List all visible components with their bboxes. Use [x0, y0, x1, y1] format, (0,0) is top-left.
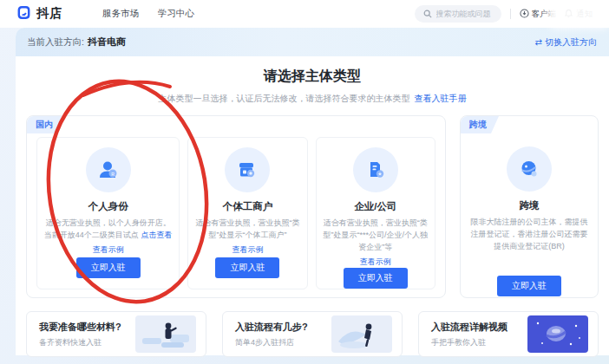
view-example-link[interactable]: 查看示例 — [232, 244, 263, 256]
entity-card-individual-business[interactable]: 个体工商户 适合有营业执照，营业执照“类型”处显示“个体工商户” 查看示例 立即… — [187, 137, 307, 289]
page-title: 请选择主体类型 — [16, 68, 609, 86]
switch-icon: ⇄ — [535, 37, 542, 47]
help-title: 我要准备哪些材料? — [39, 321, 121, 334]
client-download[interactable]: 客户端 — [520, 9, 557, 20]
entity-desc: 适合有营业执照，营业执照“类型”处显示“***公司/企业/个人独资企业”等 — [323, 218, 429, 254]
company-doc-icon — [353, 147, 398, 192]
current-direction: 当前入驻方向:抖音电商 — [27, 36, 126, 49]
click-view-link[interactable]: 点击查看 — [141, 231, 172, 239]
svg-text:R: R — [111, 172, 115, 177]
download-icon — [520, 9, 529, 20]
join-now-button-personal[interactable]: 立即入驻 — [76, 257, 141, 278]
entity-title: 个人身份 — [88, 200, 128, 213]
direction-label: 当前入驻方向: — [27, 36, 84, 47]
help-card-steps[interactable]: 入驻流程有几步? 简单4步入驻抖店 — [222, 311, 403, 357]
switch-label: 切换入驻方向 — [545, 36, 597, 49]
main-nav: 服务市场 学习中心 — [102, 8, 194, 20]
entity-groups: 国内 R 个人身份 适合无营业执照，以个人身份开店。当前开放44个二级类目试点 … — [16, 115, 609, 298]
page-subtitle: 主体类型一旦选择，认证后无法修改，请选择符合要求的主体类型查看入驻手册 — [16, 93, 609, 105]
video-thumbnail-icon — [527, 315, 588, 353]
switch-direction-link[interactable]: ⇄ 切换入驻方向 — [535, 36, 597, 49]
materials-illustration-icon — [135, 315, 196, 353]
logo-text: 抖店 — [36, 6, 62, 22]
entity-desc: 适合无营业执照，以个人身份开店。当前开放44个二级类目试点 点击查看 — [43, 218, 173, 242]
subtitle-text: 主体类型一旦选择，认证后无法修改，请选择符合要求的主体类型 — [159, 94, 410, 103]
join-now-button-crossborder[interactable]: 立即入驻 — [497, 276, 561, 296]
help-title: 入驻流程详解视频 — [431, 321, 508, 334]
direction-value: 抖音电商 — [88, 36, 126, 47]
direction-banner: 当前入驻方向:抖音电商 ⇄ 切换入驻方向 — [16, 28, 609, 56]
entity-title: 个体工商户 — [223, 200, 273, 213]
entry-manual-link[interactable]: 查看入驻手册 — [415, 94, 467, 103]
content-panel: 当前入驻方向:抖音电商 ⇄ 切换入驻方向 请选择主体类型 主体类型一旦选择，认证… — [16, 28, 609, 355]
search-input[interactable] — [436, 10, 502, 18]
help-cards-row: 我要准备哪些材料? 备齐资料快速入驻 入驻流程有几步? 简单4步入驻抖店 入驻流… — [16, 311, 609, 357]
header-divider — [510, 9, 511, 19]
redacted-account-area[interactable] — [552, 3, 607, 23]
view-example-link[interactable]: 查看示例 — [360, 257, 391, 268]
entity-title: 跨境 — [520, 199, 540, 212]
join-now-button-individual[interactable]: 立即入驻 — [215, 257, 279, 278]
entity-desc: 适合有营业执照，营业执照“类型”处显示“个体工商户” — [194, 218, 300, 242]
search-icon — [423, 6, 432, 22]
entity-card-company[interactable]: 企业/公司 适合有营业执照，营业执照“类型”处显示“***公司/企业/个人独资企… — [316, 137, 435, 289]
help-title: 入驻流程有几步? — [235, 321, 308, 334]
nav-learning-center[interactable]: 学习中心 — [158, 8, 194, 20]
search-box[interactable] — [415, 5, 501, 23]
globe-icon — [507, 146, 552, 192]
crossborder-group[interactable]: 跨境 跨境 限非大陆注册的公司主体，需提供注册登记证，香港注册公司还需要提供商业… — [460, 115, 599, 298]
join-now-button-company[interactable]: 立即入驻 — [344, 268, 408, 289]
douyin-shop-logo-icon — [16, 4, 32, 24]
help-subtitle: 手把手教你入驻 — [431, 337, 508, 348]
person-icon: R — [86, 147, 131, 192]
help-card-materials[interactable]: 我要准备哪些材料? 备齐资料快速入驻 — [26, 311, 206, 357]
view-example-link[interactable]: 查看示例 — [93, 244, 124, 256]
nav-service-market[interactable]: 服务市场 — [102, 8, 139, 20]
entity-desc: 限非大陆注册的公司主体，需提供注册登记证，香港注册公司还需要提供商业登记证(BR… — [469, 217, 589, 253]
top-header: 抖店 服务市场 学习中心 客户端 通知 — [0, 0, 609, 28]
help-subtitle: 简单4步入驻抖店 — [235, 337, 308, 348]
store-icon — [225, 147, 270, 192]
help-card-video[interactable]: 入驻流程详解视频 手把手教你入驻 — [418, 311, 599, 357]
app-logo[interactable]: 抖店 — [16, 4, 62, 24]
domestic-group: 国内 R 个人身份 适合无营业执照，以个人身份开店。当前开放44个二级类目试点 … — [26, 115, 446, 298]
steps-illustration-icon — [331, 315, 392, 353]
entity-card-personal[interactable]: R 个人身份 适合无营业执照，以个人身份开店。当前开放44个二级类目试点 点击查… — [36, 137, 180, 289]
help-subtitle: 备齐资料快速入驻 — [39, 337, 121, 348]
entity-title: 企业/公司 — [354, 200, 396, 213]
